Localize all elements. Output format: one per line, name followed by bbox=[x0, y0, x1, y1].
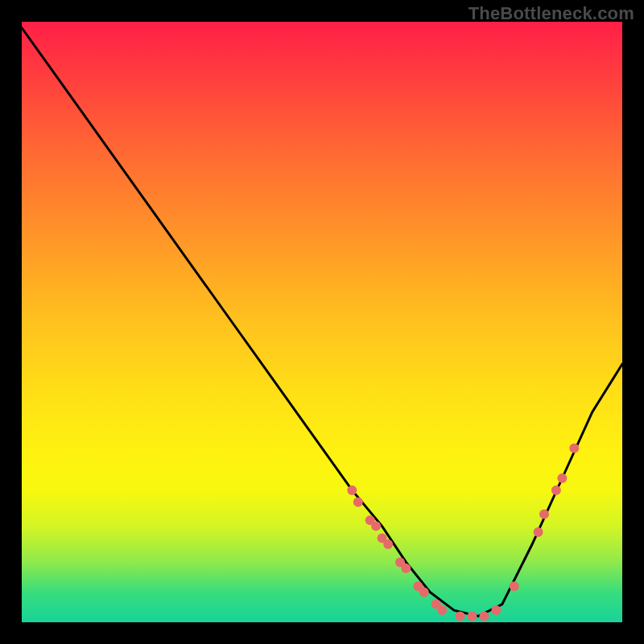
data-marker bbox=[353, 497, 363, 507]
data-marker bbox=[401, 564, 411, 573]
data-marker bbox=[437, 605, 447, 615]
data-marker bbox=[456, 612, 465, 621]
data-marker bbox=[383, 539, 393, 549]
data-marker bbox=[371, 522, 381, 531]
watermark-text: TheBottleneck.com bbox=[469, 3, 634, 24]
data-marker bbox=[347, 485, 357, 495]
data-marker bbox=[534, 527, 543, 537]
data-marker bbox=[510, 581, 519, 591]
data-marker bbox=[569, 444, 579, 453]
data-marker bbox=[419, 588, 429, 597]
marker-group bbox=[347, 444, 579, 621]
curve-svg bbox=[22, 22, 622, 622]
data-marker bbox=[468, 612, 477, 621]
chart-frame: TheBottleneck.com bbox=[0, 0, 644, 644]
data-marker bbox=[539, 510, 549, 519]
data-marker bbox=[557, 473, 567, 483]
bottleneck-curve bbox=[22, 28, 622, 617]
data-marker bbox=[551, 485, 561, 495]
plot-area bbox=[22, 22, 622, 622]
data-marker bbox=[479, 612, 489, 621]
data-marker bbox=[491, 605, 501, 615]
